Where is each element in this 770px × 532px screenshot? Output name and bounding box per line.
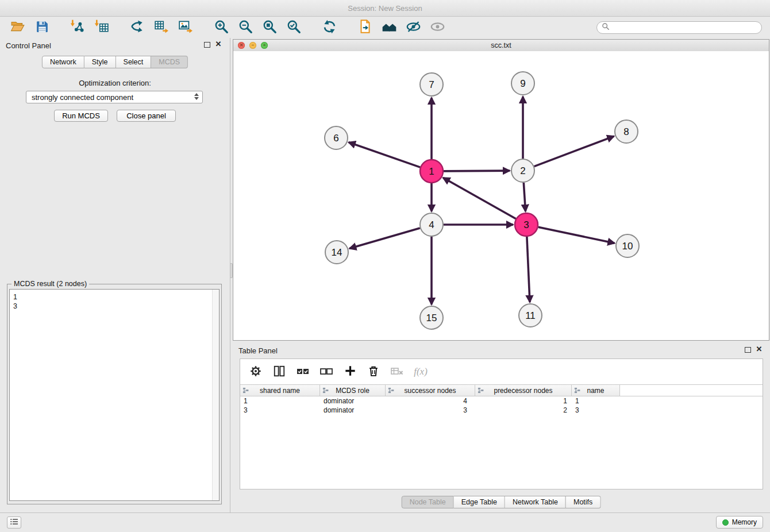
graph-edge-1-6[interactable] [349,142,421,168]
table-settings-button[interactable] [248,364,263,379]
graph-node-2[interactable]: 2 [511,159,534,182]
float-table-panel-button[interactable] [745,347,751,353]
open-file-button[interactable] [6,18,30,37]
graph-node-label: 14 [332,247,342,258]
cell-predecessor-nodes: 2 [475,406,572,415]
column-header-name[interactable]: name [572,385,620,396]
graph-node-11[interactable]: 11 [519,304,542,327]
run-mcds-button[interactable]: Run MCDS [54,110,108,122]
export-image-button[interactable] [174,18,198,37]
criterion-dropdown[interactable]: strongly connected component [26,91,203,103]
trash-icon [367,365,380,379]
minimize-window-icon[interactable]: − [249,42,256,49]
tab-style[interactable]: Style [84,56,116,68]
table-import-icon [94,19,109,36]
tab-edge-table[interactable]: Edge Table [454,496,505,508]
graph-edge-3-1[interactable] [443,178,516,218]
save-session-button[interactable] [30,18,54,37]
close-window-icon[interactable]: ✕ [238,42,245,49]
mcds-result-title: MCDS result (2 nodes) [11,280,89,288]
column-header-successor-nodes[interactable]: successor nodes [386,385,475,396]
column-header-predecessor-nodes[interactable]: predecessor nodes [475,385,572,396]
graph-node-15[interactable]: 15 [420,306,443,329]
cell-name: 1 [572,396,620,406]
column-label: shared name [260,387,300,395]
column-label: name [587,387,604,395]
graph-node-8[interactable]: 8 [615,120,638,143]
column-header-mcds-role[interactable]: MCDS role [320,385,386,396]
refresh-layout-button[interactable] [317,18,341,37]
graph-node-7[interactable]: 7 [420,73,443,96]
home-layout-button[interactable] [377,18,401,37]
zoom-fit-button[interactable] [257,18,282,37]
search-input[interactable] [610,23,757,32]
graph-edge-4-14[interactable] [349,228,420,249]
tab-motifs[interactable]: Motifs [566,496,600,508]
graph-node-6[interactable]: 6 [325,126,348,149]
export-table-button[interactable] [149,18,174,37]
tab-network[interactable]: Network [42,56,84,68]
result-scrollbar[interactable] [212,290,219,500]
column-type-icon [322,387,329,395]
column-type-icon [574,387,580,395]
table-delete-icon [390,364,404,380]
graph-edge-2-8[interactable] [534,136,614,167]
zoom-selected-button[interactable] [282,18,306,37]
graph-edge-2-3[interactable] [523,183,525,211]
graph-node-label: 3 [523,219,529,230]
column-type-icon [242,387,249,395]
import-network-button[interactable] [66,18,90,37]
float-panel-button[interactable] [204,42,210,48]
table-row[interactable]: 1 dominator 4 1 1 [240,396,763,406]
graph-edge-1-2[interactable] [444,171,510,171]
network-canvas[interactable]: 7968124314101511 [233,51,769,340]
tab-select[interactable]: Select [116,56,152,68]
network-graph: 7968124314101511 [233,51,769,340]
add-column-button[interactable] [342,364,357,379]
graph-node-1[interactable]: 1 [420,160,443,183]
graph-node-9[interactable]: 9 [511,72,534,95]
graph-node-4[interactable]: 4 [420,213,443,236]
column-visibility-button[interactable] [272,364,287,379]
tab-mcds[interactable]: MCDS [151,56,188,68]
show-hide-button[interactable] [425,18,449,37]
delete-column-button[interactable] [366,364,381,379]
select-all-button[interactable] [295,364,310,379]
graph-node-10[interactable]: 10 [616,234,639,257]
tab-network-table[interactable]: Network Table [505,496,566,508]
zoom-out-button[interactable] [233,18,257,37]
graph-edge-3-11[interactable] [527,237,530,302]
cell-successor-nodes: 4 [386,396,475,406]
new-network-button[interactable] [125,18,149,37]
import-table-button[interactable] [90,18,114,37]
copy-document-button[interactable] [353,18,377,37]
tab-node-table[interactable]: Node Table [402,496,454,508]
task-history-button[interactable] [7,516,21,529]
graph-node-label: 1 [429,166,434,177]
close-panel-button-mcds[interactable]: Close panel [117,110,176,122]
column-header-shared-name[interactable]: shared name [240,385,320,396]
maximize-window-icon[interactable]: + [261,42,268,49]
delete-table-button[interactable] [390,364,405,379]
graph-node-14[interactable]: 14 [325,241,348,264]
graphics-details-button[interactable] [401,18,425,37]
zoom-in-button[interactable] [209,18,233,37]
graph-edge-3-10[interactable] [538,227,615,243]
deselect-all-button[interactable] [319,364,334,379]
memory-button[interactable]: Memory [716,516,763,529]
dropdown-stepper-icon [194,93,199,100]
close-icon: ✕ [756,345,763,353]
result-line: 3 [10,302,219,311]
graph-node-3[interactable]: 3 [515,213,538,236]
network-view-window: ✕ − + scc.txt 7968124314101511 [233,39,769,341]
cell-shared-name: 3 [240,406,320,415]
column-type-icon [478,387,484,395]
function-builder-button[interactable]: f(x) [413,364,428,379]
criterion-dropdown-value: strongly connected component [32,93,133,102]
table-tabs: Node Table Edge Table Network Table Moti… [402,496,601,508]
table-row[interactable]: 3 dominator 3 2 3 [240,406,763,415]
table-panel-header: Table Panel ✕ [233,343,769,358]
close-table-panel-button[interactable]: ✕ [754,345,764,354]
close-panel-button[interactable]: ✕ [214,40,223,49]
houses-icon [382,19,397,36]
